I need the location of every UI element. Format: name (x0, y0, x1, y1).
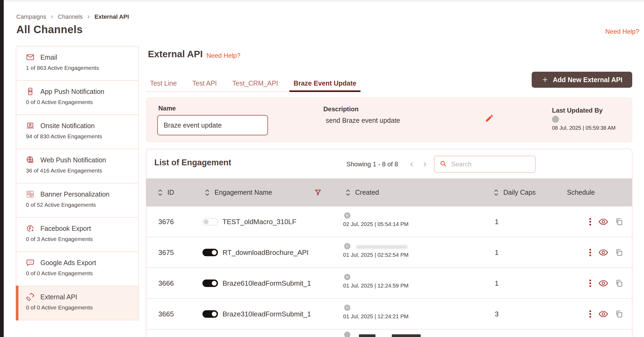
view-eye-icon[interactable] (599, 279, 608, 287)
row-menu-icon[interactable] (589, 279, 592, 288)
row-id: 3666 (158, 279, 174, 287)
pagination-prev-icon[interactable] (408, 161, 416, 169)
row-daily-caps: 3 (495, 310, 499, 318)
add-new-external-api-button[interactable]: Add New External API (532, 72, 632, 88)
sidebar-item-banner-personalization[interactable]: Banner Personalization 0 of 52 Active En… (16, 183, 139, 218)
sidebar-item-count: 36 of 416 Active Engagements (26, 167, 133, 174)
avatar: N (344, 305, 350, 311)
partial-row-name-fragment (392, 334, 421, 337)
sidebar-item-label: Facebook Export (40, 225, 91, 232)
sidebar-item-count: 0 of 0 Active Engagements (26, 270, 133, 277)
engagement-list-panel: List of Engagement Showing 1 - 8 of 8 Ad… (146, 149, 632, 337)
sidebar-item-email[interactable]: Email 1 of 863 Active Engagements (16, 46, 139, 81)
row-created: 01 Jul, 2025 | 12:24:21 PM (343, 313, 409, 320)
top-sheen (4, 0, 644, 3)
column-header-daily-caps: Daily Caps (503, 189, 536, 196)
row-menu-icon[interactable] (589, 309, 592, 319)
sidebar-item-label: Email (40, 53, 57, 61)
sort-id-icon[interactable] (157, 189, 163, 197)
sort-engagement-name-icon[interactable] (204, 189, 210, 197)
avatar: N (344, 274, 350, 280)
sidebar-item-facebook-export[interactable]: Facebook Export 0 of 3 Active Engagement… (16, 217, 139, 252)
external-api-icon (26, 293, 34, 301)
row-enabled-toggle[interactable] (202, 218, 218, 225)
last-updated-label: Last Updated By (552, 107, 603, 114)
row-enabled-toggle[interactable] (202, 310, 218, 318)
partial-row (146, 330, 632, 337)
name-label: Name (158, 105, 176, 112)
search-input[interactable] (451, 160, 530, 168)
plus-icon (542, 76, 549, 83)
sidebar-item-google-ads-export[interactable]: Google Ads Export 0 of 0 Active Engageme… (16, 251, 139, 286)
sort-created-icon[interactable] (345, 189, 351, 197)
filter-icon[interactable] (314, 178, 323, 206)
sidebar-item-onsite-notification[interactable]: Onsite Notification 94 of 830 Active Eng… (16, 114, 139, 149)
sidebar-item-label: App Push Notification (40, 88, 104, 95)
tab-test-api[interactable]: Test API (188, 75, 221, 91)
web-push-icon (26, 156, 34, 164)
sidebar-item-label: Onsite Notification (40, 122, 95, 130)
api-details-panel: Name Description send Braze event update… (146, 97, 632, 143)
table-row: 3675 RT_downloadBrochure_API N 01 Jul, 2… (146, 237, 632, 268)
view-eye-icon[interactable] (599, 218, 608, 225)
list-title: List of Engagement (154, 158, 231, 167)
row-id: 3675 (158, 248, 174, 256)
column-header-schedule: Schedule (567, 189, 595, 196)
section-title: External API (148, 49, 203, 59)
row-enabled-toggle[interactable] (202, 279, 218, 287)
tab-test-line[interactable]: Test Line (146, 75, 181, 91)
sidebar-item-external-api[interactable]: External API 0 of 0 Active Engagements (16, 286, 139, 320)
table-row: 3665 Braze310leadFormSubmit_1 N 01 Jul, … (146, 299, 632, 330)
redacted-name (356, 245, 407, 249)
view-eye-icon[interactable] (599, 249, 608, 256)
tab-braze-event-update[interactable]: Braze Event Update (289, 75, 361, 91)
avatar (552, 116, 559, 123)
column-header-created: Created (355, 189, 379, 196)
row-menu-icon[interactable] (589, 248, 592, 257)
row-enabled-toggle[interactable] (202, 249, 218, 256)
view-eye-icon[interactable] (599, 310, 608, 318)
sidebar-item-web-push[interactable]: Web Push Notification 36 of 416 Active E… (16, 149, 139, 183)
tab-test-crm-api[interactable]: Test_CRM_API (228, 75, 282, 91)
sidebar-item-app-push[interactable]: App Push Notification 0 of 0 Active Enga… (16, 80, 139, 115)
column-header-id: ID (167, 189, 174, 196)
search-icon (439, 160, 447, 168)
sidebar-item-label: Banner Personalization (40, 190, 110, 198)
copy-icon[interactable] (615, 310, 623, 318)
copy-icon[interactable] (615, 218, 623, 226)
banner-icon (26, 190, 34, 198)
row-engagement-name: RT_downloadBrochure_API (223, 248, 309, 256)
breadcrumb-campaigns[interactable]: Campaigns (16, 13, 46, 20)
sidebar-item-count: 0 of 0 Active Engagements (26, 304, 133, 311)
sidebar-item-count: 0 of 0 Active Engagements (26, 99, 133, 105)
sort-daily-caps-icon[interactable] (493, 189, 499, 197)
edit-pencil-icon[interactable] (485, 114, 494, 123)
sidebar-item-count: 0 of 52 Active Engagements (26, 202, 133, 208)
avatar: N (344, 243, 350, 249)
partial-row-name-fragment (359, 334, 375, 337)
app-push-icon (26, 87, 34, 96)
breadcrumb-channels[interactable]: Channels (58, 13, 83, 20)
sidebar-item-count: 1 of 863 Active Engagements (26, 65, 133, 71)
pagination-next-icon[interactable] (421, 161, 429, 169)
row-menu-icon[interactable] (589, 217, 592, 226)
window-edge-strip (0, 0, 4, 337)
copy-icon[interactable] (615, 248, 623, 256)
row-id: 3665 (158, 310, 174, 318)
need-help-link-top[interactable]: Need Help? (605, 28, 639, 35)
table-row: 3666 Braze610leadFormSubmit_1 N 01 Jul, … (146, 268, 632, 299)
onsite-notification-icon (26, 121, 34, 130)
copy-icon[interactable] (615, 279, 623, 287)
avatar (344, 332, 350, 337)
row-daily-caps: 1 (495, 217, 499, 226)
description-value: send Braze event update (326, 117, 400, 124)
name-input[interactable] (157, 115, 268, 135)
email-icon (26, 53, 34, 62)
sidebar-item-label: Google Ads Export (40, 259, 96, 267)
breadcrumb: Campaigns Channels External API (16, 13, 129, 20)
channels-sidebar: Email 1 of 863 Active Engagements App Pu… (16, 46, 139, 320)
facebook-icon (26, 224, 34, 233)
row-engagement-name: Braze610leadFormSubmit_1 (223, 279, 311, 287)
need-help-link-section[interactable]: Need Help? (206, 52, 240, 59)
table-header: ID Engagement Name Created Daily Caps Sc… (146, 178, 632, 206)
